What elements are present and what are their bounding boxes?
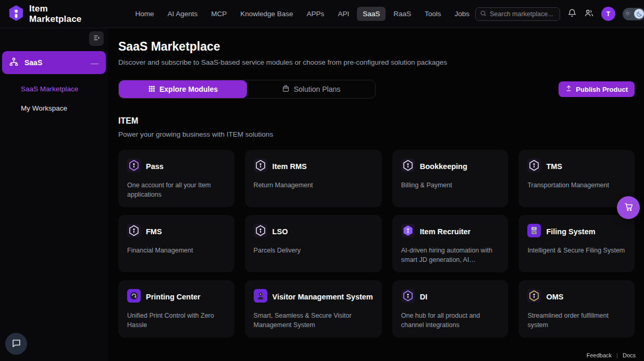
publish-product-button[interactable]: Publish Product (559, 81, 635, 97)
cart-icon (624, 202, 634, 213)
module-title: Bookkeeping (420, 162, 467, 171)
module-card-oms[interactable]: OMS Streamlined order fulfillment system (518, 280, 635, 338)
main-content: SaaS Marketplace Discover and subscribe … (108, 28, 644, 361)
modules-grid: Pass One account for all your Item appli… (118, 150, 635, 338)
module-title: Printing Center (146, 293, 201, 301)
hexagon-module-icon (254, 159, 267, 174)
module-description: AI-driven hiring automation with smart J… (401, 246, 500, 264)
module-title: DI (420, 293, 428, 301)
module-description: One hub for all product and channel inte… (401, 311, 500, 330)
cabinet-module-icon (527, 224, 541, 239)
module-card-tms[interactable]: TMS Transportation Management (518, 150, 635, 207)
nav-item-mcp[interactable]: MCP (205, 7, 232, 21)
person-module-icon (254, 289, 267, 305)
chat-fab-button[interactable] (5, 333, 27, 355)
nav-item-raas[interactable]: RaaS (388, 7, 417, 21)
community-button[interactable] (584, 8, 594, 19)
module-description: Parcels Delivery (254, 246, 373, 255)
module-title: Item Recruiter (420, 227, 471, 236)
search-icon (480, 9, 487, 19)
sidebar-sub-items: SaaS MarketplaceMy Workspace (2, 79, 106, 118)
user-avatar[interactable]: T (601, 7, 615, 21)
search-box[interactable] (475, 7, 560, 21)
moon-icon (634, 9, 644, 19)
nav-item-tools[interactable]: Tools (419, 7, 447, 21)
tab-solution-plans[interactable]: Solution Plans (247, 80, 375, 98)
module-description: Billing & Payment (401, 180, 500, 190)
theme-toggle[interactable] (623, 8, 644, 20)
module-card-bookkeeping[interactable]: Bookkeeping Billing & Payment (392, 150, 509, 207)
sidebar-item-saas[interactable]: SaaS — (2, 51, 106, 74)
module-card-lso[interactable]: LSO Parcels Delivery (245, 215, 382, 272)
footer-separator: | (616, 352, 618, 358)
feedback-link[interactable]: Feedback (587, 352, 612, 358)
page-subtitle: Discover and subscribe to SaaS-based ser… (118, 58, 635, 66)
top-header: Item Marketplace HomeAI AgentsMCPKnowled… (0, 0, 644, 28)
module-description: One account for all your Item applicatio… (127, 180, 226, 199)
view-tabs: Explore ModulesSolution Plans (118, 80, 376, 99)
module-title: Filing System (546, 227, 595, 236)
hexagon-filled-module-icon (401, 224, 415, 239)
brand-name: Item Marketplace (29, 4, 81, 25)
sidebar-item-my-workspace[interactable]: My Workspace (2, 99, 106, 118)
module-description: Financial Management (127, 246, 226, 255)
nav-item-ai-agents[interactable]: AI Agents (162, 7, 203, 21)
grid-icon (148, 85, 155, 94)
module-card-di[interactable]: DI One hub for all product and channel i… (392, 280, 509, 338)
hexagon-module-icon (127, 224, 141, 239)
module-card-item-recruiter[interactable]: Item Recruiter AI-driven hiring automati… (392, 215, 509, 272)
nav-item-home[interactable]: Home (129, 7, 159, 21)
hexagon-module-icon (401, 159, 415, 174)
hexagon-module-icon (527, 159, 541, 174)
module-title: TMS (546, 162, 562, 171)
hexagon-module-icon (527, 289, 541, 305)
minus-icon: — (91, 58, 98, 67)
nav-item-jobs[interactable]: Jobs (449, 7, 475, 21)
nav-item-saas[interactable]: SaaS (357, 7, 386, 21)
module-title: FMS (146, 227, 162, 236)
tab-explore-modules[interactable]: Explore Modules (119, 80, 247, 98)
module-card-visitor-management-system[interactable]: Visitor Management System Smart, Seamles… (245, 280, 382, 338)
nav-item-api[interactable]: API (332, 7, 355, 21)
sidebar-collapse-button[interactable] (89, 31, 104, 46)
upload-icon (565, 85, 572, 93)
nav-item-knowledge-base[interactable]: Knowledge Base (234, 7, 299, 21)
module-description: Return Management (254, 180, 373, 190)
cart-fab-button[interactable] (617, 196, 640, 219)
section-subtitle: Power your growing business with ITEM so… (118, 130, 635, 138)
sidebar-item-saas-marketplace[interactable]: SaaS Marketplace (2, 79, 106, 99)
collapse-sidebar-icon (93, 34, 101, 43)
brand-logo-icon (8, 5, 24, 23)
module-card-item-rms[interactable]: Item RMS Return Management (245, 150, 382, 207)
hexagon-module-icon (401, 289, 415, 305)
bag-icon (282, 85, 290, 94)
brand[interactable]: Item Marketplace (8, 4, 81, 25)
module-card-printing-center[interactable]: Printing Center Unified Print Control wi… (118, 280, 234, 338)
module-description: Intelligent & Secure Filing System (527, 246, 626, 255)
section-title: ITEM (118, 116, 635, 126)
hexagon-module-icon (254, 224, 267, 239)
module-title: OMS (546, 293, 563, 301)
users-icon (584, 8, 594, 19)
module-description: Smart, Seamless & Secure Visitor Managem… (254, 311, 373, 330)
hexagon-module-icon (127, 159, 141, 174)
module-card-pass[interactable]: Pass One account for all your Item appli… (118, 150, 234, 207)
docs-link[interactable]: Docs (623, 352, 636, 358)
module-card-fms[interactable]: FMS Financial Management (118, 215, 234, 272)
module-title: Visitor Management System (273, 293, 373, 301)
notifications-button[interactable] (567, 8, 577, 19)
search-input[interactable] (490, 10, 555, 18)
module-description: Transportation Management (527, 180, 626, 190)
module-title: Pass (146, 162, 164, 171)
sidebar-group-label: SaaS (24, 58, 42, 67)
footer-links: Feedback | Docs (587, 352, 636, 358)
chat-bubble-icon (11, 338, 21, 350)
module-card-filing-system[interactable]: Filing System Intelligent & Secure Filin… (518, 215, 635, 272)
module-title: Item RMS (273, 162, 307, 171)
sidebar: SaaS — SaaS MarketplaceMy Workspace (0, 28, 108, 361)
main-nav: HomeAI AgentsMCPKnowledge BaseAPPsAPISaa… (129, 7, 475, 21)
module-title: LSO (273, 227, 288, 236)
printer-module-icon (127, 289, 141, 305)
nav-item-apps[interactable]: APPs (301, 7, 330, 21)
module-description: Unified Print Control with Zero Hassle (127, 311, 226, 330)
